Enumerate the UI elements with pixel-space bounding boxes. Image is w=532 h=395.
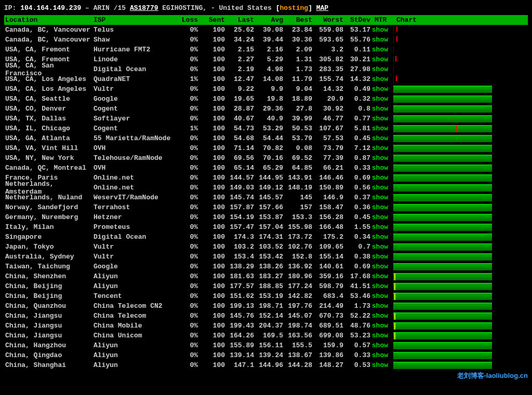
mtr-show-link[interactable]: show: [370, 263, 391, 270]
cell-avg: 157.04: [254, 223, 283, 231]
cell-worst: 14.32: [312, 85, 343, 93]
map-link[interactable]: MAP: [316, 4, 328, 12]
cell-stdev: 27.98: [343, 65, 370, 73]
cell-last: 177.57: [225, 282, 254, 290]
chart-cell: [391, 96, 492, 103]
cell-isp: Shaw: [94, 36, 171, 44]
col-header-stdev[interactable]: StDev: [343, 16, 370, 24]
cell-sent: 100: [198, 184, 225, 192]
cell-loss: 0%: [171, 194, 198, 201]
cell-location: Taiwan, Taichung: [4, 263, 94, 270]
cell-last: 199.43: [225, 322, 254, 330]
col-header-isp[interactable]: ISP: [94, 16, 171, 24]
col-header-chart[interactable]: Chart: [391, 16, 492, 24]
cell-best: 142.82: [283, 292, 312, 300]
mtr-show-link[interactable]: show: [370, 203, 391, 211]
mtr-show-link[interactable]: show: [370, 233, 391, 241]
mtr-show-link[interactable]: show: [370, 332, 391, 339]
cell-avg: 149.12: [254, 184, 283, 192]
mtr-show-link[interactable]: show: [370, 95, 391, 103]
cell-isp: Online.net: [94, 174, 171, 182]
header-as-link[interactable]: AS18779: [130, 4, 158, 12]
table-row: SingaporeDigital Ocean0%100174.3174.3117…: [4, 232, 528, 242]
mtr-show-link[interactable]: show: [370, 174, 391, 182]
mtr-show-link[interactable]: show: [370, 213, 391, 221]
cell-last: 149.03: [225, 184, 254, 192]
chart-cell: [391, 115, 492, 122]
cell-avg: 157.66: [254, 203, 283, 211]
col-header-location[interactable]: Location: [4, 16, 94, 24]
table-row: USA, GA, Atlanta55 Marietta/RamNode0%100…: [4, 133, 528, 143]
mtr-show-link[interactable]: show: [370, 115, 391, 122]
cell-loss: 0%: [171, 65, 198, 73]
mtr-show-link[interactable]: show: [370, 351, 391, 359]
mtr-show-link[interactable]: show: [370, 134, 391, 142]
mtr-show-link[interactable]: show: [370, 154, 391, 162]
mtr-show-link[interactable]: show: [370, 85, 391, 93]
mtr-show-link[interactable]: show: [370, 56, 391, 63]
col-header-mtr[interactable]: MTR: [370, 16, 391, 24]
chart-cell: [391, 293, 492, 300]
mtr-show-link[interactable]: show: [370, 322, 391, 330]
mtr-show-link[interactable]: show: [370, 36, 391, 44]
mtr-show-link[interactable]: show: [370, 282, 391, 290]
mtr-show-link[interactable]: show: [370, 26, 391, 34]
cell-last: 54.73: [225, 125, 254, 132]
col-header-last[interactable]: Last: [225, 16, 254, 24]
cell-last: 2.15: [225, 46, 254, 53]
chart-bar: [393, 243, 492, 251]
cell-stdev: 0.57: [343, 342, 370, 349]
chart-bar: [393, 194, 492, 201]
mtr-show-link[interactable]: show: [370, 302, 391, 310]
mtr-show-link[interactable]: show: [370, 243, 391, 251]
cell-best: 1.31: [283, 56, 312, 63]
mtr-show-link[interactable]: show: [370, 194, 391, 201]
mtr-show-link[interactable]: show: [370, 361, 391, 369]
mtr-show-link[interactable]: show: [370, 46, 391, 53]
mtr-show-link[interactable]: show: [370, 253, 391, 261]
mtr-show-link[interactable]: show: [370, 65, 391, 73]
mtr-show-link[interactable]: show: [370, 144, 391, 152]
mtr-show-link[interactable]: show: [370, 105, 391, 113]
chart-bar: [393, 224, 492, 231]
cell-best: 143.91: [283, 174, 312, 182]
cell-avg: 153.19: [254, 292, 283, 300]
mtr-show-link[interactable]: show: [370, 223, 391, 231]
chart-bar: [393, 293, 492, 300]
cell-last: 2.27: [225, 56, 254, 63]
mtr-show-link[interactable]: show: [370, 312, 391, 320]
chart-cell: [391, 234, 492, 241]
cell-avg: 9.9: [254, 85, 283, 93]
col-header-sent[interactable]: Sent: [198, 16, 225, 24]
cell-location: China, Jiangsu: [4, 332, 94, 339]
cell-isp: Hurricane FMT2: [94, 46, 171, 53]
cell-loss: 0%: [171, 46, 198, 53]
cell-isp: 55 Marietta/RamNode: [94, 134, 171, 142]
table-row: China, BeijingAliyun0%100177.57188.85177…: [4, 281, 528, 291]
mtr-show-link[interactable]: show: [370, 292, 391, 300]
mtr-show-link[interactable]: show: [370, 184, 391, 192]
chart-bar: [393, 312, 492, 320]
chart-cell: [391, 362, 492, 369]
col-header-avg[interactable]: Avg: [254, 16, 283, 24]
cell-stdev: 14.32: [343, 75, 370, 83]
cell-best: 2.09: [283, 46, 312, 53]
cell-isp: Aliyun: [94, 361, 171, 369]
cell-last: 151.62: [225, 292, 254, 300]
col-header-loss[interactable]: Loss: [171, 16, 198, 24]
cell-location: China, Jiangsu: [4, 322, 94, 330]
cell-isp: Vultr: [94, 253, 171, 261]
cell-avg: 29.36: [254, 105, 283, 113]
table-row: USA, CO, DenverCogent0%10028.8729.3627.8…: [4, 104, 528, 114]
chart-bar: [393, 303, 492, 310]
mtr-show-link[interactable]: show: [370, 75, 391, 83]
chart-bar: [393, 214, 492, 221]
mtr-show-link[interactable]: show: [370, 342, 391, 349]
col-header-worst[interactable]: Worst: [312, 16, 343, 24]
mtr-show-link[interactable]: show: [370, 164, 391, 172]
mtr-show-link[interactable]: show: [370, 273, 391, 280]
mtr-show-link[interactable]: show: [370, 125, 391, 132]
col-header-best[interactable]: Best: [283, 16, 312, 24]
cell-best: 148.19: [283, 184, 312, 192]
table-row: China, JiangsuChina Mobile0%100199.43204…: [4, 321, 528, 331]
